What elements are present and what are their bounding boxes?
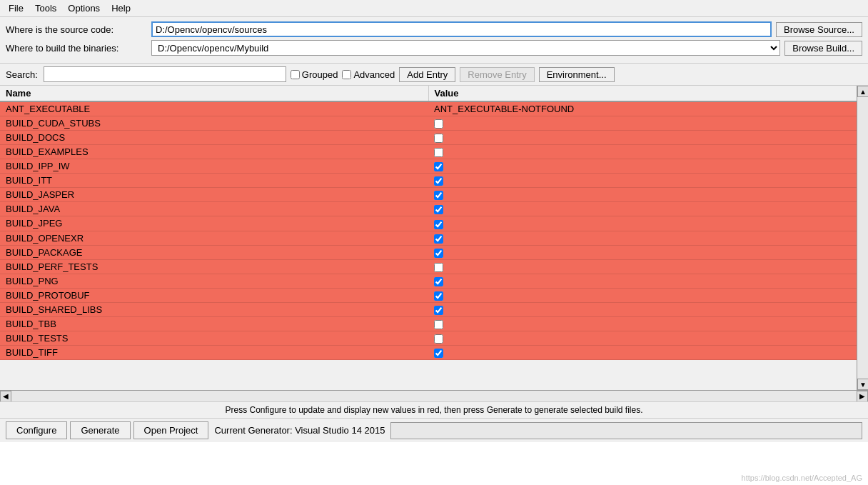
table-body: ANT_EXECUTABLEANT_EXECUTABLE-NOTFOUNDBUI… [0,101,857,360]
watermark-text: https://blog.csdn.net/Accepted_AG [742,474,862,482]
configure-button[interactable]: Configure [6,421,67,439]
table-cell-value[interactable] [428,202,857,216]
grouped-checkbox[interactable] [291,70,300,79]
table-inner: Name Value ANT_EXECUTABLEANT_EXECUTABLE-… [0,86,868,390]
table-checkbox[interactable] [434,119,443,129]
table-checkbox[interactable] [434,134,443,143]
table-checkbox[interactable] [434,306,443,315]
menu-file[interactable]: File [3,1,29,15]
build-input[interactable]: D:/Opencv/opencv/Mybuild [151,40,780,56]
scroll-left-button[interactable]: ◀ [0,391,11,402]
table-checkbox[interactable] [434,234,443,244]
table-cell-value[interactable] [428,288,857,302]
h-scroll-track[interactable] [11,391,857,402]
table-row: BUILD_JASPER [0,188,857,202]
table-cell-name: BUILD_TESTS [0,331,428,345]
grouped-checkbox-label[interactable]: Grouped [291,69,338,80]
source-row: Where is the source code: Browse Source.… [6,21,862,37]
browse-source-button[interactable]: Browse Source... [776,22,862,37]
table-checkbox[interactable] [434,205,443,214]
table-checkbox[interactable] [434,320,443,329]
table-cell-value[interactable] [428,346,857,360]
table-cell-name: BUILD_TIFF [0,346,428,360]
table-cell-name: BUILD_TBB [0,316,428,331]
generate-button[interactable]: Generate [70,421,130,439]
table-checkbox[interactable] [434,249,443,258]
scroll-up-button[interactable]: ▲ [857,86,868,97]
scroll-down-button[interactable]: ▼ [857,379,868,390]
scroll-right-button[interactable]: ▶ [857,391,868,402]
table-row: BUILD_TESTS [0,331,857,345]
config-table: Name Value ANT_EXECUTABLEANT_EXECUTABLE-… [0,86,857,360]
table-cell-name: BUILD_PERF_TESTS [0,259,428,274]
table-cell-value[interactable] [428,216,857,231]
table-row: BUILD_OPENEXR [0,231,857,245]
table-row: BUILD_EXAMPLES [0,145,857,159]
table-row: BUILD_SHARED_LIBS [0,302,857,316]
search-input[interactable] [44,66,286,82]
table-scroll[interactable]: Name Value ANT_EXECUTABLEANT_EXECUTABLE-… [0,86,857,390]
horizontal-scrollbar[interactable]: ◀ ▶ [0,390,868,401]
table-checkbox[interactable] [434,176,443,186]
table-cell-value[interactable] [428,245,857,259]
watermark-area: https://blog.csdn.net/Accepted_AG [0,442,868,485]
source-input[interactable] [151,21,772,37]
table-row: BUILD_JPEG [0,216,857,231]
table-row: BUILD_ITT [0,174,857,188]
table-row: BUILD_DOCS [0,131,857,145]
table-cell-value[interactable] [428,316,857,331]
table-cell-name: BUILD_JPEG [0,216,428,231]
table-cell-name: BUILD_PROTOBUF [0,288,428,302]
menu-tools[interactable]: Tools [29,1,62,15]
advanced-checkbox-label[interactable]: Advanced [342,69,395,80]
table-checkbox[interactable] [434,263,443,272]
environment-button[interactable]: Environment... [539,67,615,82]
form-area: Where is the source code: Browse Source.… [0,17,868,64]
table-cell-value[interactable] [428,116,857,131]
menu-help[interactable]: Help [106,1,136,15]
vertical-scrollbar[interactable]: ▲ ▼ [857,86,868,390]
col-name-header: Name [0,86,428,101]
open-project-button[interactable]: Open Project [133,421,209,439]
table-cell-name: BUILD_ITT [0,174,428,188]
table-cell-value[interactable] [428,331,857,345]
table-cell-value[interactable] [428,302,857,316]
table-checkbox[interactable] [434,277,443,286]
table-row: ANT_EXECUTABLEANT_EXECUTABLE-NOTFOUND [0,101,857,116]
add-entry-button[interactable]: Add Entry [399,67,455,82]
table-cell-value[interactable] [428,231,857,245]
scroll-track[interactable] [857,97,868,379]
remove-entry-button: Remove Entry [460,67,534,82]
menu-options[interactable]: Options [62,1,106,15]
status-bar: Press Configure to update and display ne… [0,401,868,418]
table-cell-value[interactable] [428,145,857,159]
table-checkbox[interactable] [434,349,443,358]
table-cell-value[interactable] [428,188,857,202]
table-checkbox[interactable] [434,162,443,171]
col-value-header: Value [428,86,857,101]
advanced-checkbox[interactable] [342,70,351,79]
table-cell-value[interactable] [428,159,857,174]
table-row: BUILD_JAVA [0,202,857,216]
browse-build-button[interactable]: Browse Build... [784,41,862,56]
table-checkbox[interactable] [434,191,443,200]
table-checkbox[interactable] [434,148,443,157]
table-header-row: Name Value [0,86,857,101]
table-row: BUILD_IPP_IW [0,159,857,174]
table-wrapper: Name Value ANT_EXECUTABLEANT_EXECUTABLE-… [0,86,868,401]
status-text: Press Configure to update and display ne… [225,405,642,415]
table-checkbox[interactable] [434,334,443,344]
table-cell-value[interactable] [428,174,857,188]
generator-text: Current Generator: Visual Studio 14 2015 [214,425,385,436]
table-cell-name: BUILD_EXAMPLES [0,145,428,159]
table-cell-name: BUILD_CUDA_STUBS [0,116,428,131]
menubar: File Tools Options Help [0,0,868,17]
table-cell-value[interactable] [428,274,857,288]
table-row: BUILD_PERF_TESTS [0,259,857,274]
table-checkbox[interactable] [434,291,443,301]
table-cell-name: BUILD_OPENEXR [0,231,428,245]
source-label: Where is the source code: [6,24,148,35]
table-checkbox[interactable] [434,220,443,229]
table-cell-value[interactable] [428,131,857,145]
table-cell-value[interactable] [428,259,857,274]
